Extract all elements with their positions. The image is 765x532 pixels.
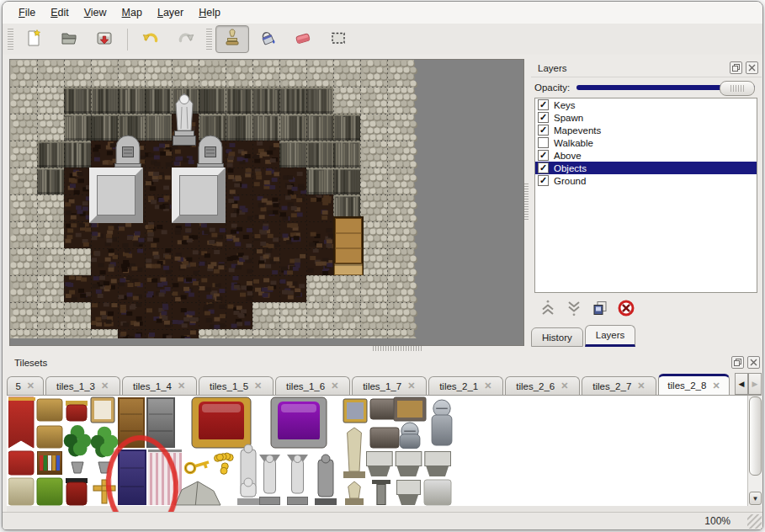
- layers-panel: Layers Opacity: ✓Keys✓Spawn✓MapeventsWal…: [531, 59, 762, 349]
- close-tab-icon[interactable]: ✕: [407, 380, 415, 391]
- layer-checkbox-mapevents[interactable]: ✓: [538, 125, 549, 136]
- layers-panel-title: Layers: [538, 63, 567, 73]
- layer-row-ground[interactable]: ✓Ground: [535, 174, 757, 187]
- close-panel-icon[interactable]: [746, 61, 758, 74]
- delete-layer-button[interactable]: [616, 300, 636, 320]
- toolbar-grip[interactable]: [8, 29, 13, 51]
- scrollbar-thumb[interactable]: [749, 396, 762, 476]
- duplicate-layer-button[interactable]: [590, 300, 610, 320]
- opacity-slider-handle[interactable]: [720, 81, 755, 96]
- layer-row-mapevents[interactable]: ✓Mapevents: [535, 124, 757, 136]
- opacity-label: Opacity:: [534, 82, 570, 93]
- fill-tool-button[interactable]: [251, 25, 284, 53]
- eraser-tool-button[interactable]: [286, 25, 320, 53]
- menu-help[interactable]: Help: [191, 4, 228, 21]
- map-canvas[interactable]: [10, 60, 421, 338]
- tab-scroll-buttons: ◀▶: [735, 373, 762, 395]
- layer-checkbox-walkable[interactable]: [538, 137, 549, 148]
- scroll-tabs-left-icon[interactable]: ◀: [735, 373, 748, 395]
- tileset-tab-tiles_1_3[interactable]: tiles_1_3✕: [45, 376, 120, 395]
- layer-label: Above: [554, 151, 582, 161]
- tileset-tab-tiles_2_7[interactable]: tiles_2_7✕: [582, 376, 656, 395]
- tileset-content[interactable]: ▼: [7, 395, 762, 507]
- lower-layer-button[interactable]: [564, 300, 584, 320]
- horizontal-splitter-handle[interactable]: [373, 346, 422, 351]
- open-map-button[interactable]: [52, 25, 86, 53]
- eraser-icon: [294, 29, 312, 51]
- layer-checkbox-spawn[interactable]: ✓: [538, 112, 549, 123]
- zoom-level: 100%: [704, 515, 730, 527]
- layer-row-objects[interactable]: ✓Objects: [535, 162, 757, 174]
- lower-layer-icon: [565, 299, 583, 321]
- tileset-tab-tiles_1_6[interactable]: tiles_1_6✕: [275, 376, 350, 395]
- redo-button[interactable]: [169, 25, 203, 53]
- tileset-tab-tiles_2_6[interactable]: tiles_2_6✕: [505, 376, 580, 395]
- scroll-tabs-right-icon[interactable]: ▶: [748, 373, 762, 395]
- layer-checkbox-above[interactable]: ✓: [538, 150, 549, 161]
- close-panel-icon[interactable]: [747, 356, 760, 369]
- tileset-canvas[interactable]: [8, 396, 735, 506]
- tab-layers[interactable]: Layers: [585, 325, 636, 347]
- open-folder-icon: [60, 29, 78, 51]
- float-panel-icon[interactable]: [730, 61, 742, 74]
- select-tool-button[interactable]: [321, 25, 355, 53]
- float-panel-icon[interactable]: [731, 356, 744, 369]
- layer-row-keys[interactable]: ✓Keys: [535, 98, 757, 111]
- tileset-scrollbar[interactable]: ▼: [747, 396, 762, 506]
- tileset-tab-label: tiles_2_1: [439, 381, 478, 391]
- undo-button[interactable]: [134, 25, 167, 53]
- layer-row-spawn[interactable]: ✓Spawn: [535, 111, 757, 124]
- new-map-button[interactable]: [17, 25, 50, 53]
- tileset-tab-tiles_1_7[interactable]: tiles_1_7✕: [352, 376, 427, 395]
- menu-map[interactable]: Map: [114, 4, 150, 21]
- tileset-tab-5[interactable]: 5✕: [7, 376, 44, 395]
- raise-layer-button[interactable]: [538, 300, 558, 320]
- layer-checkbox-ground[interactable]: ✓: [538, 175, 549, 186]
- opacity-row: Opacity:: [534, 80, 755, 95]
- layer-checkbox-objects[interactable]: ✓: [538, 162, 549, 173]
- close-tab-icon[interactable]: ✕: [27, 380, 35, 391]
- close-tab-icon[interactable]: ✕: [101, 380, 109, 391]
- menu-file[interactable]: File: [11, 4, 43, 21]
- tileset-tab-tiles_2_1[interactable]: tiles_2_1✕: [428, 376, 503, 395]
- tileset-tab-label: tiles_2_7: [592, 381, 631, 391]
- layer-checkbox-keys[interactable]: ✓: [538, 99, 549, 110]
- tileset-tab-label: tiles_1_3: [56, 381, 95, 391]
- layers-panel-header: Layers: [531, 59, 762, 77]
- close-tab-icon[interactable]: ✕: [484, 380, 491, 391]
- tileset-tab-label: tiles_1_5: [210, 381, 248, 391]
- tileset-tab-tiles_1_5[interactable]: tiles_1_5✕: [199, 376, 274, 395]
- tileset-tab-tiles_2_8[interactable]: tiles_2_8✕: [658, 374, 730, 395]
- menu-edit[interactable]: Edit: [43, 4, 77, 21]
- scrollbar-down-arrow-icon[interactable]: ▼: [749, 492, 762, 505]
- stamp-icon: [223, 29, 242, 51]
- close-tab-icon[interactable]: ✕: [560, 380, 568, 391]
- resize-grip[interactable]: [747, 514, 762, 529]
- tileset-tab-label: tiles_2_6: [516, 381, 555, 391]
- menu-layer[interactable]: Layer: [150, 4, 191, 21]
- raise-layer-icon: [539, 299, 557, 321]
- tab-history[interactable]: History: [531, 327, 583, 347]
- layer-row-above[interactable]: ✓Above: [535, 149, 757, 162]
- status-bar: 100%: [3, 512, 762, 529]
- map-view[interactable]: [9, 59, 524, 346]
- vertical-splitter-handle[interactable]: [524, 184, 529, 221]
- duplicate-layer-icon: [591, 299, 609, 321]
- toolbar-grip[interactable]: [206, 29, 212, 51]
- close-tab-icon[interactable]: ✕: [331, 380, 338, 391]
- tileset-tab-label: 5: [15, 381, 20, 391]
- save-map-button[interactable]: [88, 25, 121, 53]
- close-tab-icon[interactable]: ✕: [712, 380, 720, 391]
- tileset-tab-label: tiles_1_7: [363, 381, 401, 391]
- close-tab-icon[interactable]: ✕: [637, 380, 645, 391]
- opacity-slider[interactable]: [576, 81, 755, 94]
- new-file-icon: [24, 29, 43, 51]
- stamp-tool-button[interactable]: [215, 25, 249, 53]
- close-tab-icon[interactable]: ✕: [254, 380, 262, 391]
- toolbar: [3, 24, 762, 55]
- layer-row-walkable[interactable]: Walkable: [535, 136, 757, 149]
- close-tab-icon[interactable]: ✕: [178, 380, 185, 391]
- tilesets-panel-title: Tilesets: [14, 358, 47, 368]
- tileset-tab-tiles_1_4[interactable]: tiles_1_4✕: [122, 376, 197, 395]
- menu-view[interactable]: View: [77, 4, 114, 21]
